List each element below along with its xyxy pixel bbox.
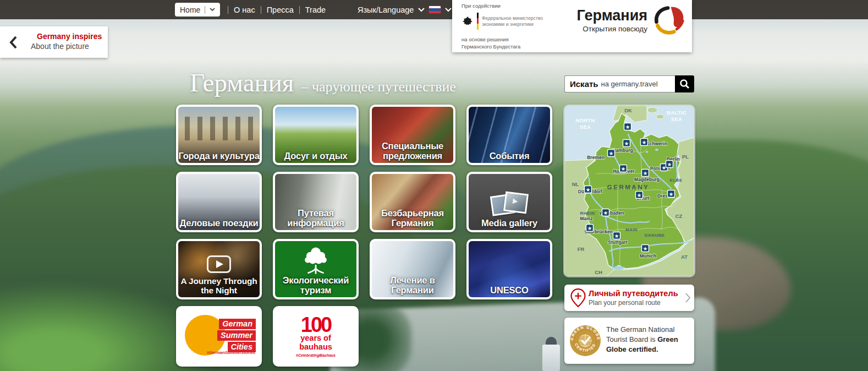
about-picture-badge[interactable]: Germany inspires About the picture — [0, 26, 108, 58]
basis-line2: Германского Бундестага — [462, 43, 520, 51]
map-label-river: ELBE — [670, 178, 683, 183]
hero-heading: Германия – чарующее путешествие — [190, 70, 456, 96]
chevron-down-icon — [418, 8, 425, 12]
search-placeholder-bold: Искать — [570, 79, 598, 89]
star-icon: ★ — [637, 192, 642, 198]
tile-media-gallery[interactable]: Media gallery — [466, 172, 552, 232]
star-icon: ★ — [669, 191, 674, 197]
tile-label: События — [469, 151, 550, 161]
brand-logo[interactable]: Германия Открытия повсюду — [577, 5, 685, 36]
summer-cities-logo: GermanSummerCities — [217, 318, 256, 352]
bauhaus-logo: 100years ofbauhaus#CelebratingBauhaus — [275, 308, 356, 364]
page-title: Германия — [190, 70, 294, 96]
search-icon — [679, 79, 690, 89]
tile-label: Безбарьерная Германия — [372, 209, 453, 228]
top-navigation-bar: Home О нас Пресса Trade Язык/Language — [0, 0, 868, 19]
star-icon: ★ — [643, 170, 648, 176]
federal-eagle-icon — [462, 16, 474, 27]
language-switcher[interactable]: Язык/Language — [358, 0, 452, 19]
map-label-country: DK — [624, 107, 632, 113]
tile-unesco[interactable]: UNESCO — [466, 239, 552, 299]
map-label-country: AT — [681, 254, 688, 260]
supported-by-label: При содействии — [462, 3, 501, 9]
map-label-country: CZ — [675, 213, 683, 219]
tile-health[interactable]: Лечение в Германии — [370, 239, 455, 299]
green-globe-badge-icon: GREEN GLOBE CERTIFIED — [569, 325, 601, 357]
map-label-sea: SEA — [671, 116, 682, 122]
star-icon: ★ — [603, 210, 608, 216]
route-panel-subtitle: Plan your personal route — [589, 299, 661, 307]
ministry-name-line2: экономики и энергетики — [482, 21, 543, 28]
brand-name: Германия — [577, 8, 647, 23]
star-icon: ★ — [643, 245, 648, 252]
chevron-left-icon — [9, 36, 18, 49]
ministry-logo: Федеральное министерство экономики и эне… — [462, 13, 543, 30]
divider — [228, 6, 228, 14]
map-label-sea: BALTIC — [667, 110, 686, 116]
play-icon — [207, 255, 231, 273]
page-subtitle: – чарующее путешествие — [301, 79, 455, 95]
map-label-city: Bremen — [587, 155, 605, 160]
badge-title: Germany inspires — [37, 32, 102, 41]
tile-special-offers[interactable]: Специальные предложения — [370, 105, 455, 165]
header-logo-box: При содействии Федеральное министерство … — [452, 0, 692, 52]
tile-label: Лечение в Германии — [372, 276, 453, 295]
map-label-river: RHEIN — [580, 211, 595, 216]
tile-business-travel[interactable]: Деловые поездки — [176, 172, 262, 232]
search-button[interactable] — [675, 75, 694, 92]
star-icon: ★ — [625, 124, 630, 130]
nav-item-press[interactable]: Пресса — [267, 6, 294, 14]
site-search: Искать на germany.travel — [564, 75, 694, 92]
ministry-name-line1: Федеральное министерство — [482, 15, 543, 21]
summer-cities-hashtag: #GermanSummerStories — [207, 350, 255, 355]
tile-bauhaus[interactable]: 100years ofbauhaus#CelebratingBauhaus — [273, 306, 359, 367]
star-icon: ★ — [667, 161, 672, 167]
personal-route-panel[interactable]: Личный путеводитель Plan your personal r… — [564, 285, 694, 311]
search-input[interactable]: Искать на germany.travel — [564, 75, 675, 92]
map-label-sea: NORTH — [575, 117, 595, 123]
star-icon: ★ — [614, 233, 619, 239]
tile-label: Деловые поездки — [178, 219, 260, 228]
german-flag-stripe — [477, 13, 479, 30]
search-placeholder-rest: на germany.travel — [601, 80, 658, 88]
tile-summer-cities[interactable]: GermanSummerCities#GermanSummerStories — [176, 306, 262, 367]
chevron-right-icon — [685, 293, 691, 303]
map-label-city: Magdeburg — [634, 177, 660, 182]
map-label-country: NL — [572, 181, 579, 187]
tile-leisure[interactable]: Досуг и отдых — [273, 105, 359, 165]
star-icon: ★ — [587, 225, 592, 231]
tile-label: UNESCO — [469, 286, 550, 295]
top-nav-links: О нас Пресса Trade — [222, 0, 326, 19]
star-icon: ★ — [609, 150, 614, 156]
tile-label: Путевая информация — [275, 209, 356, 228]
home-dropdown-button[interactable]: Home — [175, 3, 220, 17]
tile-eco-tourism[interactable]: Экологический туризм — [273, 239, 359, 299]
tile-label: Специальные предложения — [372, 141, 453, 161]
page: Home О нас Пресса Trade Язык/Language Пр… — [0, 0, 868, 371]
map-label-sea: SEA — [580, 124, 591, 130]
tile-events[interactable]: События — [466, 105, 552, 165]
map-label-country: CH — [595, 269, 602, 275]
tile-label: Города и культура — [178, 151, 260, 161]
tile-label: Досуг и отдых — [275, 151, 356, 161]
green-globe-panel[interactable]: GREEN GLOBE CERTIFIED The German Nationa… — [564, 318, 694, 364]
map-label-city: Munich — [640, 253, 656, 259]
tile-cities-culture[interactable]: Города и культура — [176, 105, 262, 165]
tile-label: Media gallery — [469, 219, 550, 228]
map-label-city: Schwerin — [646, 141, 667, 146]
divider — [205, 6, 205, 14]
star-icon: ★ — [586, 187, 591, 193]
map-label-city: Mainz — [580, 216, 593, 221]
green-globe-text: The German National Tourist Board is Gre… — [606, 325, 690, 355]
russian-flag-icon[interactable] — [429, 6, 441, 13]
tree-icon — [300, 245, 332, 276]
tile-barrier-free[interactable]: Безбарьерная Германия — [370, 172, 455, 232]
map-label-country: FR — [578, 246, 585, 252]
tile-travel-info[interactable]: Путевая информация — [273, 172, 359, 232]
nav-item-about[interactable]: О нас — [234, 6, 255, 14]
germany-map[interactable]: NORTHSEABALTICSEADKNLPLCZATCHFRELBERHEIN… — [564, 106, 694, 276]
route-pin-icon — [570, 287, 586, 308]
nav-item-trade[interactable]: Trade — [305, 6, 326, 14]
brand-tagline: Открытия повсюду — [577, 25, 647, 33]
tile-journey-night[interactable]: A Journey Through the Night — [176, 239, 262, 299]
